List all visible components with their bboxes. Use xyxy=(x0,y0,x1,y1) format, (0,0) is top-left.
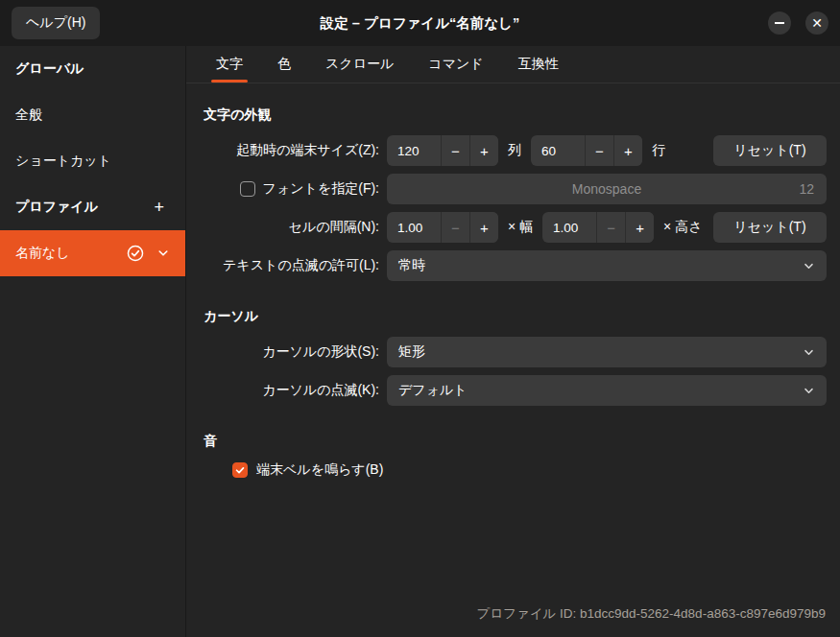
close-icon: ✕ xyxy=(811,16,823,30)
sidebar: グローバル 全般 ショートカット プロファイル + 名前なし xyxy=(0,46,186,637)
custom-font-row: フォントを指定(F): Monospace 12 xyxy=(204,174,827,204)
rows-spinner: 60 − + xyxy=(531,135,642,166)
global-header-label: グローバル xyxy=(15,60,84,78)
tab-content: 文字の外観 起動時の端末サイズ(Z): 120 − + 列 60 − xyxy=(186,83,840,637)
chevron-down-icon xyxy=(803,385,815,397)
tab-command[interactable]: コマンド xyxy=(414,46,497,83)
reset-size-button[interactable]: リセット(T) xyxy=(713,135,827,166)
section-title-bell: 音 xyxy=(204,433,827,450)
profiles-header-label: プロファイル xyxy=(15,199,98,216)
section-title-cursor: カーソル xyxy=(204,308,827,325)
close-button[interactable]: ✕ xyxy=(805,12,828,35)
cell-height-spinner: 1.00 − + xyxy=(542,212,654,243)
tab-colors[interactable]: 色 xyxy=(263,46,305,83)
tab-bar: 文字 色 スクロール コマンド 互換性 xyxy=(186,46,840,83)
profile-id-text: プロファイル ID: b1dcc9dd-5262-4d8d-a863-c897e… xyxy=(476,605,826,623)
rows-increment-button[interactable]: + xyxy=(613,135,642,166)
titlebar: ヘルプ(H) 設定 – プロファイル“名前なし” ✕ xyxy=(0,0,840,46)
text-blink-dropdown[interactable]: 常時 xyxy=(387,250,827,281)
custom-font-label: フォントを指定(F): xyxy=(263,180,379,198)
terminal-bell-checkbox[interactable] xyxy=(232,462,248,478)
cell-height-value[interactable]: 1.00 xyxy=(542,212,596,243)
cursor-shape-dropdown[interactable]: 矩形 xyxy=(387,337,827,367)
cell-width-spinner: 1.00 − + xyxy=(387,212,498,243)
cell-spacing-label: セルの間隔(N): xyxy=(204,219,379,236)
sidebar-header-profiles: プロファイル + xyxy=(0,184,185,230)
window-title: 設定 – プロファイル“名前なし” xyxy=(0,14,840,33)
sidebar-item-profile-unnamed[interactable]: 名前なし xyxy=(0,230,185,276)
cell-height-increment-button[interactable]: + xyxy=(625,212,654,243)
reset-spacing-button[interactable]: リセット(T) xyxy=(713,212,827,243)
general-label: 全般 xyxy=(15,106,42,124)
custom-font-checkbox[interactable] xyxy=(240,181,255,197)
add-profile-button[interactable]: + xyxy=(148,196,170,220)
columns-spinner: 120 − + xyxy=(387,135,498,166)
tab-scrolling[interactable]: スクロール xyxy=(311,46,408,83)
columns-decrement-button[interactable]: − xyxy=(441,135,469,166)
terminal-bell-label: 端末ベルを鳴らす(B) xyxy=(256,461,383,479)
help-button[interactable]: ヘルプ(H) xyxy=(12,7,100,39)
check-circle-icon xyxy=(127,245,144,262)
cursor-blink-label: カーソルの点滅(K): xyxy=(204,382,379,399)
columns-unit-label: 列 xyxy=(508,142,521,159)
window-controls: ✕ xyxy=(768,12,828,35)
section-title-text-appearance: 文字の外観 xyxy=(204,106,827,124)
cell-width-value[interactable]: 1.00 xyxy=(387,212,441,243)
tab-text[interactable]: 文字 xyxy=(202,46,257,83)
sidebar-header-global: グローバル xyxy=(0,46,185,92)
rows-unit-label: 行 xyxy=(652,142,665,159)
cursor-blink-dropdown[interactable]: デフォルト xyxy=(387,375,827,406)
cell-width-unit-label: × 幅 xyxy=(508,219,533,236)
text-blink-label: テキストの点滅の許可(L): xyxy=(204,257,379,274)
cell-spacing-row: セルの間隔(N): 1.00 − + × 幅 1.00 − + xyxy=(204,212,827,243)
chevron-down-icon xyxy=(803,346,815,359)
minimize-icon xyxy=(775,22,784,24)
font-name-label: Monospace xyxy=(387,181,827,197)
text-blink-row: テキストの点滅の許可(L): 常時 xyxy=(204,250,827,281)
bell-row: 端末ベルを鳴らす(B) xyxy=(204,461,827,479)
profile-menu-chevron-icon[interactable] xyxy=(156,247,170,260)
terminal-size-label: 起動時の端末サイズ(Z): xyxy=(204,142,379,159)
cursor-blink-row: カーソルの点滅(K): デフォルト xyxy=(204,375,827,406)
sidebar-item-general[interactable]: 全般 xyxy=(0,92,185,138)
cell-height-decrement-button[interactable]: − xyxy=(596,212,625,243)
cursor-blink-value: デフォルト xyxy=(398,382,468,399)
profile-name-label: 名前なし xyxy=(15,245,70,262)
rows-decrement-button[interactable]: − xyxy=(585,135,613,166)
cursor-shape-value: 矩形 xyxy=(398,343,425,361)
sidebar-item-shortcuts[interactable]: ショートカット xyxy=(0,138,185,184)
columns-increment-button[interactable]: + xyxy=(469,135,498,166)
checkmark-icon xyxy=(234,464,246,476)
tab-compatibility[interactable]: 互換性 xyxy=(504,46,573,83)
font-size-label: 12 xyxy=(799,181,814,197)
cell-height-unit-label: × 高さ xyxy=(663,219,702,236)
cell-width-decrement-button[interactable]: − xyxy=(441,212,469,243)
shortcuts-label: ショートカット xyxy=(15,153,111,170)
cell-width-increment-button[interactable]: + xyxy=(469,212,498,243)
cursor-shape-label: カーソルの形状(S): xyxy=(204,343,379,361)
chevron-down-icon xyxy=(803,260,815,272)
main-panel: 文字 色 スクロール コマンド 互換性 文字の外観 起動時の端末サイズ(Z): … xyxy=(186,46,840,637)
columns-value[interactable]: 120 xyxy=(387,135,441,166)
preferences-window: ヘルプ(H) 設定 – プロファイル“名前なし” ✕ グローバル 全般 ショート… xyxy=(0,0,840,637)
terminal-size-row: 起動時の端末サイズ(Z): 120 − + 列 60 − + xyxy=(204,135,827,166)
text-blink-value: 常時 xyxy=(398,257,425,274)
font-chooser-button[interactable]: Monospace 12 xyxy=(387,174,827,204)
cursor-shape-row: カーソルの形状(S): 矩形 xyxy=(204,337,827,367)
rows-value[interactable]: 60 xyxy=(531,135,585,166)
minimize-button[interactable] xyxy=(768,12,791,35)
